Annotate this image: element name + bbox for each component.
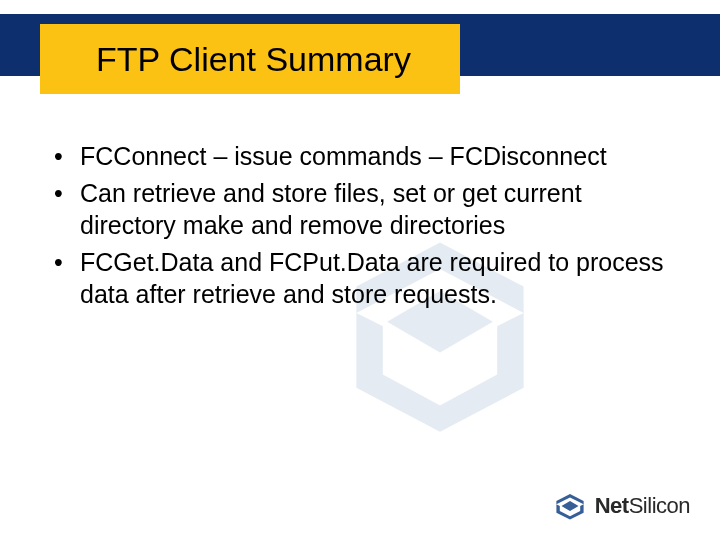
title-plate: FTP Client Summary xyxy=(40,24,460,94)
bullet-list: FCConnect – issue commands – FCDisconnec… xyxy=(48,140,668,311)
slide-title: FTP Client Summary xyxy=(96,40,411,79)
brand-light: Silicon xyxy=(629,493,690,518)
brand-name: NetSilicon xyxy=(595,493,690,519)
brand-bold: Net xyxy=(595,493,629,518)
list-item: FCGet.Data and FCPut.Data are required t… xyxy=(48,246,668,311)
list-item: Can retrieve and store files, set or get… xyxy=(48,177,668,242)
body-content: FCConnect – issue commands – FCDisconnec… xyxy=(48,140,668,315)
brand-mark-icon xyxy=(553,492,587,520)
list-item: FCConnect – issue commands – FCDisconnec… xyxy=(48,140,668,173)
footer-logo: NetSilicon xyxy=(553,492,690,520)
slide: FTP Client Summary FCConnect – issue com… xyxy=(0,0,720,540)
